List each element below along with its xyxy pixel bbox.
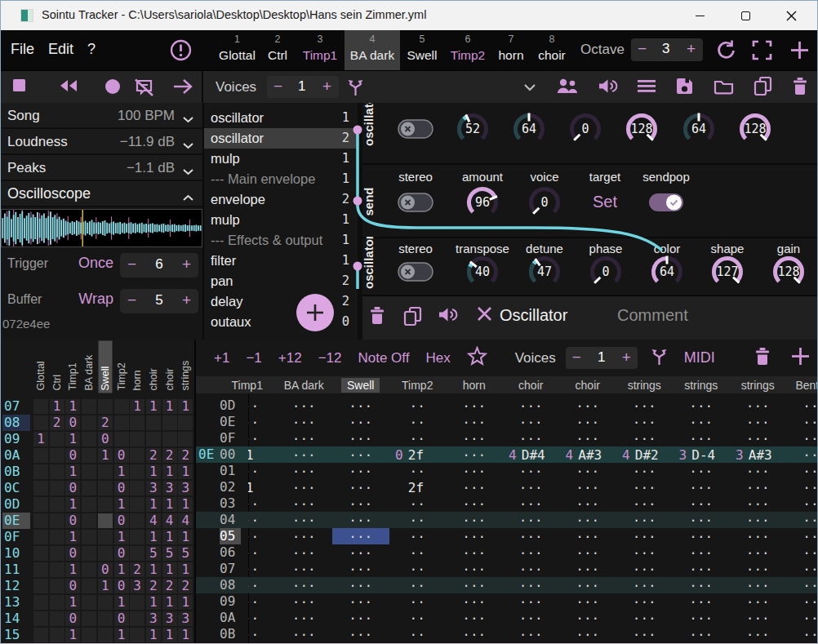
pattern-cell[interactable]: ···: [248, 577, 276, 593]
menu-edit[interactable]: Edit: [48, 41, 73, 58]
order-cell[interactable]: [33, 481, 48, 495]
pattern-cell[interactable]: ···: [673, 398, 730, 414]
order-cell[interactable]: [50, 432, 64, 446]
order-cell[interactable]: 1: [162, 464, 177, 479]
order-cell[interactable]: 1: [114, 530, 129, 544]
order-cell[interactable]: [98, 399, 113, 414]
order-cell[interactable]: 1: [178, 464, 193, 479]
pattern-cell[interactable]: ··: [389, 463, 447, 479]
order-cell[interactable]: 3: [146, 481, 161, 495]
pattern-cell[interactable]: ···: [559, 414, 616, 430]
order-cell[interactable]: [33, 628, 48, 642]
order-cell[interactable]: [33, 530, 48, 544]
order-cell[interactable]: 2: [50, 415, 64, 430]
loop-icon[interactable]: [714, 39, 736, 64]
param-set-button[interactable]: Set: [568, 193, 642, 211]
order-cell[interactable]: 5: [146, 546, 161, 561]
pattern-cell[interactable]: ···: [276, 626, 333, 642]
order-cell[interactable]: 2: [130, 562, 144, 577]
pattern-row-number[interactable]: 02: [220, 479, 241, 495]
pattern-track-header-strings[interactable]: strings: [730, 376, 787, 393]
pattern-row-number[interactable]: 05: [220, 528, 241, 544]
order-cell[interactable]: [82, 481, 96, 495]
pattern-cell[interactable]: 4D#2: [616, 446, 674, 463]
order-cell[interactable]: 1: [178, 497, 193, 512]
order-cell[interactable]: [33, 595, 48, 610]
param-knob-phase[interactable]: 0: [587, 253, 625, 294]
pattern-cell[interactable]: ···: [332, 610, 389, 626]
order-cell[interactable]: [98, 530, 113, 544]
order-cell[interactable]: [82, 628, 96, 642]
pattern-cell[interactable]: ···: [730, 577, 787, 593]
pattern-cell[interactable]: ···: [332, 398, 389, 414]
order-cell[interactable]: 1: [114, 464, 129, 479]
pattern-cell[interactable]: ···: [559, 398, 616, 414]
order-cell[interactable]: [50, 513, 64, 528]
pattern-cell[interactable]: 3A#3: [730, 446, 787, 463]
pattern-cell[interactable]: ···: [673, 414, 730, 430]
play-arrow-button[interactable]: [172, 78, 193, 98]
pattern-cell[interactable]: ···: [503, 626, 560, 642]
pattern-cell[interactable]: ···: [730, 610, 787, 626]
pattern-row-number[interactable]: 01: [220, 463, 241, 479]
order-row-number[interactable]: 07: [2, 398, 30, 415]
pattern-cell[interactable]: ···: [730, 626, 787, 642]
star-icon[interactable]: [467, 346, 487, 370]
mute-icon[interactable]: [598, 78, 618, 98]
order-track-header-swell[interactable]: Swell: [98, 341, 112, 393]
order-cell[interactable]: 3: [146, 611, 161, 626]
pattern-cell[interactable]: ···: [673, 495, 730, 512]
pattern-cell[interactable]: ··: [389, 626, 447, 642]
pattern-row-number[interactable]: 0E: [220, 414, 241, 430]
pattern-cell[interactable]: ···: [446, 528, 503, 544]
order-row-number[interactable]: 0D: [2, 496, 30, 513]
trigger-plus-button[interactable]: +: [182, 255, 191, 273]
pattern-cell[interactable]: ···: [503, 528, 560, 544]
order-track-header-horn[interactable]: horn: [131, 341, 144, 393]
pattern-cell[interactable]: ···: [248, 495, 276, 512]
order-cell[interactable]: 1: [65, 562, 80, 577]
pattern-cell[interactable]: ··: [389, 398, 447, 414]
collapse-chevron-icon[interactable]: [523, 80, 536, 95]
pattern-cell[interactable]: ··: [389, 414, 447, 430]
pattern-cell[interactable]: ···: [559, 430, 616, 446]
pattern-cell[interactable]: ··: [389, 512, 447, 528]
pattern-row-number[interactable]: 0F: [220, 430, 241, 446]
pattern-cell[interactable]: ···: [276, 430, 333, 446]
order-cell[interactable]: 0: [65, 611, 80, 626]
order-cell[interactable]: [82, 415, 96, 430]
order-cell[interactable]: [146, 415, 161, 430]
voices-minus-button[interactable]: −: [273, 78, 282, 95]
order-cell[interactable]: [114, 432, 129, 446]
order-cell[interactable]: [50, 628, 64, 642]
order-cell[interactable]: [130, 464, 144, 479]
order-cell[interactable]: 1: [162, 595, 177, 610]
pattern-cell[interactable]: ··: [389, 430, 447, 446]
order-cell[interactable]: [162, 415, 177, 430]
order-cell[interactable]: 1: [65, 530, 80, 544]
order-cell[interactable]: [82, 595, 96, 610]
pattern-cell[interactable]: ···: [673, 577, 730, 593]
pattern-track-header-horn[interactable]: horn: [446, 376, 503, 393]
order-cell[interactable]: 1: [65, 497, 80, 512]
unit-mute-icon[interactable]: [438, 306, 458, 326]
order-cell[interactable]: 1: [146, 399, 161, 414]
order-cell[interactable]: 1: [33, 432, 48, 446]
pattern-row-number[interactable]: 04: [220, 512, 241, 528]
param-knob-k2[interactable]: 64: [510, 110, 548, 151]
pattern-cell[interactable]: ···: [786, 463, 818, 479]
pattern-cell[interactable]: ···: [559, 577, 616, 593]
trigger-mode-button[interactable]: Once: [71, 255, 113, 272]
pattern-cell[interactable]: ···: [276, 593, 333, 610]
param-knob-k3[interactable]: 0: [567, 110, 604, 151]
pattern-cell[interactable]: ···: [559, 512, 616, 528]
pattern-cell[interactable]: ···: [786, 610, 818, 626]
order-track-header-choir[interactable]: choir: [162, 341, 176, 393]
order-track-header-glottal[interactable]: Glottal: [34, 341, 48, 393]
pattern-cell[interactable]: ···: [503, 414, 560, 430]
pattern-row-number[interactable]: 0A: [220, 610, 241, 626]
order-cell[interactable]: 4: [178, 513, 193, 528]
order-cell[interactable]: 2: [146, 579, 161, 593]
solo-voices-icon[interactable]: [556, 78, 578, 98]
pattern-cell[interactable]: ···: [248, 544, 276, 561]
